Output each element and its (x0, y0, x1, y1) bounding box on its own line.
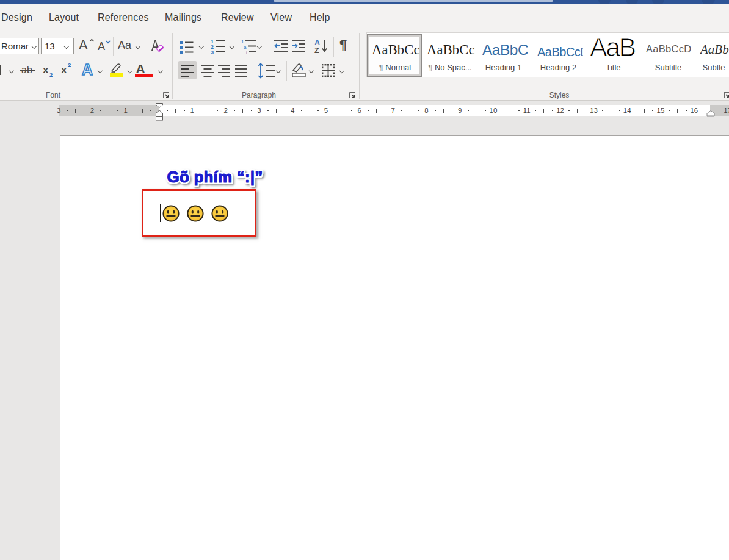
svg-text:1: 1 (241, 39, 244, 45)
svg-text:i: i (246, 50, 247, 55)
svg-text:Z: Z (314, 46, 319, 55)
svg-text:a: a (244, 45, 247, 50)
svg-text:Gõ phím “:|”: Gõ phím “:|” (167, 168, 263, 186)
svg-text:3: 3 (211, 49, 214, 55)
